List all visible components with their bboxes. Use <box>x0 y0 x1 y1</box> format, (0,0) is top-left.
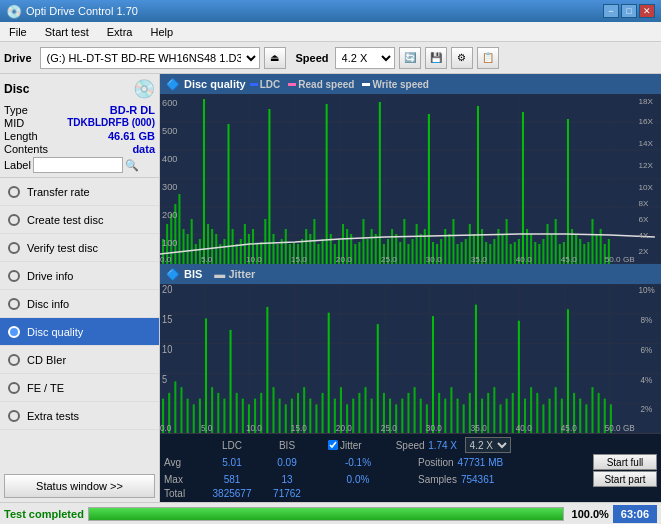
status-window-button[interactable]: Status window >> <box>4 474 155 498</box>
disc-label-input[interactable] <box>33 157 123 173</box>
svg-rect-240 <box>598 393 600 433</box>
eject-button[interactable]: ⏏ <box>264 47 286 69</box>
sidebar-item-drive-info[interactable]: Drive info <box>0 262 159 290</box>
svg-text:12X: 12X <box>639 161 654 170</box>
jitter-checkbox[interactable] <box>328 440 338 450</box>
svg-rect-122 <box>591 219 593 264</box>
svg-text:10.0: 10.0 <box>246 422 262 433</box>
top-chart-area: 600 500 400 300 200 100 0.0 5.0 10.0 15.… <box>160 94 661 264</box>
svg-rect-225 <box>506 399 508 433</box>
svg-rect-179 <box>223 399 225 433</box>
menu-start-test[interactable]: Start test <box>40 24 94 40</box>
svg-rect-173 <box>187 399 189 433</box>
disc-panel-title: Disc <box>4 82 29 96</box>
disc-panel-icon: 💿 <box>133 78 155 100</box>
svg-rect-35 <box>236 244 238 264</box>
svg-rect-56 <box>322 239 324 264</box>
drive-select[interactable]: (G:) HL-DT-ST BD-RE WH16NS48 1.D3 <box>40 47 260 69</box>
legend-read-speed: Read speed <box>298 79 354 90</box>
svg-rect-112 <box>551 234 553 264</box>
statusbar: Test completed 100.0% 63:06 <box>0 502 661 524</box>
svg-rect-238 <box>585 404 587 433</box>
menu-file[interactable]: File <box>4 24 32 40</box>
sidebar-item-create-test-disc[interactable]: Create test disc <box>0 206 159 234</box>
sidebar: Disc 💿 Type BD-R DL MID TDKBLDRFB (000) … <box>0 74 160 502</box>
refresh-button[interactable]: 🔄 <box>399 47 421 69</box>
disc-length-label: Length <box>4 130 38 142</box>
sidebar-item-fe-te[interactable]: FE / TE <box>0 374 159 402</box>
sidebar-item-transfer-rate[interactable]: Transfer rate <box>0 178 159 206</box>
titlebar: 💿 Opti Drive Control 1.70 − □ ✕ <box>0 0 661 22</box>
close-button[interactable]: ✕ <box>639 4 655 18</box>
svg-text:35.0: 35.0 <box>471 255 487 264</box>
sidebar-item-disc-quality[interactable]: Disc quality <box>0 318 159 346</box>
svg-rect-94 <box>477 106 479 264</box>
bis-label: BIS <box>184 268 202 280</box>
svg-rect-217 <box>457 399 459 433</box>
svg-rect-232 <box>549 399 551 433</box>
svg-text:40.0: 40.0 <box>516 422 532 433</box>
svg-text:25.0: 25.0 <box>381 422 397 433</box>
svg-rect-222 <box>487 393 489 433</box>
menu-help[interactable]: Help <box>145 24 178 40</box>
start-full-button[interactable]: Start full <box>593 454 657 470</box>
svg-text:4%: 4% <box>641 374 653 385</box>
svg-rect-235 <box>567 309 569 433</box>
total-bis: 71762 <box>262 488 312 499</box>
svg-rect-120 <box>583 244 585 264</box>
titlebar-controls: − □ ✕ <box>603 4 655 18</box>
save-button[interactable]: 💾 <box>425 47 447 69</box>
start-part-button[interactable]: Start part <box>593 471 657 487</box>
svg-rect-75 <box>399 242 401 264</box>
svg-rect-32 <box>223 239 225 264</box>
max-ldc: 581 <box>202 474 262 485</box>
svg-rect-102 <box>510 244 512 264</box>
svg-text:8X: 8X <box>639 199 650 208</box>
svg-rect-239 <box>591 387 593 433</box>
svg-text:10X: 10X <box>639 183 654 192</box>
svg-text:0.0: 0.0 <box>160 255 172 264</box>
svg-rect-196 <box>328 313 330 433</box>
disc-type-label: Type <box>4 104 28 116</box>
sidebar-item-verify-test-disc[interactable]: Verify test disc <box>0 234 159 262</box>
svg-rect-123 <box>596 234 598 264</box>
menu-extra[interactable]: Extra <box>102 24 138 40</box>
progress-percent: 100.0% <box>572 508 609 520</box>
speed-select[interactable]: 4.2 X <box>335 47 395 69</box>
svg-rect-186 <box>266 307 268 433</box>
main-layout: Disc 💿 Type BD-R DL MID TDKBLDRFB (000) … <box>0 74 661 502</box>
speed-stat-value: 1.74 X <box>425 440 461 451</box>
label-search-icon[interactable]: 🔍 <box>125 159 139 172</box>
svg-text:16X: 16X <box>639 117 654 126</box>
maximize-button[interactable]: □ <box>621 4 637 18</box>
sidebar-item-disc-info[interactable]: Disc info <box>0 290 159 318</box>
svg-rect-108 <box>534 242 536 264</box>
svg-text:30.0: 30.0 <box>426 422 442 433</box>
svg-rect-181 <box>236 393 238 433</box>
svg-rect-86 <box>444 229 446 264</box>
svg-rect-66 <box>362 219 364 264</box>
svg-rect-33 <box>227 124 229 264</box>
settings-button[interactable]: ⚙ <box>451 47 473 69</box>
sidebar-item-extra-tests[interactable]: Extra tests <box>0 402 159 430</box>
svg-rect-218 <box>463 404 465 433</box>
svg-rect-231 <box>542 404 544 433</box>
svg-rect-53 <box>309 234 311 264</box>
svg-text:2X: 2X <box>639 247 650 256</box>
svg-rect-211 <box>420 399 422 433</box>
svg-rect-24 <box>191 219 193 264</box>
svg-rect-70 <box>379 102 381 264</box>
svg-rect-23 <box>187 234 189 264</box>
svg-rect-90 <box>461 242 463 264</box>
sidebar-item-cd-bier[interactable]: CD BIer <box>0 346 159 374</box>
svg-rect-202 <box>364 387 366 433</box>
copy-button[interactable]: 📋 <box>477 47 499 69</box>
minimize-button[interactable]: − <box>603 4 619 18</box>
svg-text:600: 600 <box>162 98 177 108</box>
svg-rect-79 <box>416 224 418 264</box>
nav-label-disc-info: Disc info <box>27 298 69 310</box>
svg-text:100: 100 <box>162 238 177 248</box>
svg-rect-204 <box>377 324 379 433</box>
svg-rect-47 <box>285 229 287 264</box>
speed-selector[interactable]: 4.2 X <box>465 437 511 453</box>
